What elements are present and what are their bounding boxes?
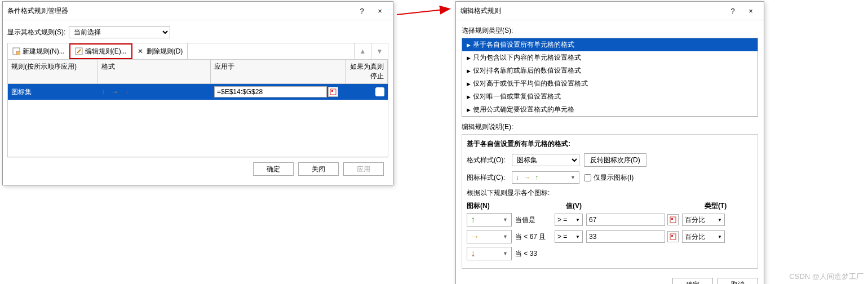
rule-name: 图标集 (8, 87, 98, 97)
stop-if-true-cell (346, 87, 388, 96)
arrow-up-icon: ↑ (101, 88, 105, 96)
type-select[interactable]: 百分比▼ (682, 214, 725, 226)
format-style-select[interactable]: 图标集 (512, 154, 579, 166)
operator-select[interactable]: > =▼ (555, 230, 583, 243)
new-rule-label: 新建规则(N)... (23, 47, 65, 56)
stop-checkbox[interactable] (375, 87, 384, 96)
icon-style-select[interactable]: ↓ → ↑ ▼ (512, 171, 579, 184)
svg-line-5 (397, 9, 449, 15)
show-icon-only-input[interactable] (584, 174, 591, 181)
help-button[interactable]: ? (724, 5, 741, 16)
icon-select[interactable]: ↓▼ (467, 247, 512, 260)
titlebar: 编辑格式规则 ? × (456, 2, 764, 20)
rule-format-preview: ↑ → ↓ (98, 88, 211, 96)
red-arrow-icon (396, 5, 454, 18)
move-down-button[interactable]: ▼ (371, 43, 388, 59)
svg-rect-4 (331, 90, 333, 92)
range-select-icon[interactable] (328, 87, 338, 97)
icon-select[interactable]: →▼ (467, 230, 512, 243)
col-applies: 应用于 (211, 60, 346, 83)
arrow-right-icon: → (112, 88, 118, 96)
edit-rule-button[interactable]: 编辑规则(E)... (69, 43, 132, 59)
when-label: 当 < 67 且 (515, 232, 551, 242)
delete-rule-button[interactable]: ✕ 删除规则(D) (132, 43, 188, 59)
rule-type-item[interactable]: ▶仅对排名靠前或靠后的数值设置格式 (462, 64, 758, 77)
rule-type-item[interactable]: ▶仅对高于或低于平均值的数值设置格式 (462, 77, 758, 90)
type-select[interactable]: 百分比▼ (682, 230, 725, 243)
col-stop: 如果为真则停止 (346, 60, 388, 83)
range-select-icon[interactable] (667, 231, 679, 242)
titlebar: 条件格式规则管理器 ? × (3, 2, 393, 20)
close-button[interactable]: × (371, 5, 388, 16)
arrow-right-icon: → (471, 232, 480, 242)
chevron-down-icon: ▼ (503, 217, 508, 223)
ok-button[interactable]: 确定 (672, 278, 713, 284)
arrow-down-icon: ↓ (516, 174, 519, 181)
triangle-icon: ▶ (467, 42, 471, 48)
rule-type-item[interactable]: ▶仅对唯一值或重复值设置格式 (462, 90, 758, 103)
arrow-right-icon: → (524, 174, 530, 181)
icon-select[interactable]: ↑▼ (467, 213, 512, 227)
show-rules-select[interactable]: 当前选择 (69, 26, 170, 38)
apply-button[interactable]: 应用 (343, 162, 384, 176)
value-input[interactable] (586, 214, 665, 226)
system-buttons: ? × (353, 5, 388, 16)
svg-rect-9 (671, 235, 673, 237)
arrow-down-icon: ↓ (125, 88, 129, 96)
move-up-button[interactable]: ▲ (354, 43, 371, 59)
delete-rule-label: 删除规则(D) (147, 47, 183, 56)
cancel-button[interactable]: 取消 (718, 278, 758, 284)
watermark: CSDN @人间造梦工厂 (789, 272, 863, 282)
value-input[interactable] (586, 230, 665, 243)
icon-rule-row: ↓▼ 当 < 33 (467, 247, 753, 260)
arrow-down-icon: ↓ (471, 248, 475, 259)
chevron-down-icon: ▼ (503, 251, 508, 256)
new-rule-icon (12, 47, 20, 55)
col-rule: 规则(按所示顺序应用) (8, 60, 98, 83)
arrow-up-icon: ↑ (471, 215, 475, 225)
edit-rule-icon (75, 47, 83, 55)
delete-rule-icon: ✕ (136, 47, 144, 55)
applies-to-input[interactable] (214, 86, 327, 97)
rule-type-item[interactable]: ▶基于各自值设置所有单元格的格式 (462, 38, 758, 51)
triangle-icon: ▶ (467, 107, 471, 113)
ok-button[interactable]: 确定 (253, 162, 294, 176)
triangle-icon: ▶ (467, 68, 471, 74)
icon-style-label: 图标样式(C): (467, 173, 507, 183)
triangle-icon: ▶ (467, 81, 471, 87)
new-rule-button[interactable]: 新建规则(N)... (8, 43, 70, 59)
rules-grid-body: 图标集 ↑ → ↓ (7, 84, 388, 157)
show-icon-only-checkbox[interactable]: 仅显示图标(I) (584, 173, 634, 183)
select-rule-type-label: 选择规则类型(S): (462, 26, 758, 36)
help-button[interactable]: ? (353, 5, 370, 16)
chevron-down-icon: ▼ (575, 218, 580, 223)
triangle-icon: ▶ (467, 94, 471, 100)
edit-section: 基于各自值设置所有单元格的格式: 格式样式(O): 图标集 反转图标次序(D) … (462, 134, 758, 269)
system-buttons: ? × (724, 5, 759, 16)
chevron-down-icon: ▼ (718, 234, 722, 239)
rules-intro: 根据以下规则显示各个图标: (467, 188, 753, 198)
icon-rule-row: →▼ 当 < 67 且 > =▼ 百分比▼ (467, 230, 753, 243)
triangle-icon: ▶ (467, 55, 471, 61)
dialog-title: 条件格式规则管理器 (7, 6, 68, 16)
rule-type-item[interactable]: ▶只为包含以下内容的单元格设置格式 (462, 51, 758, 64)
rules-header: 图标(N) 值(V) 类型(T) (467, 201, 753, 211)
chevron-down-icon: ▼ (718, 218, 722, 223)
reverse-order-button[interactable]: 反转图标次序(D) (584, 153, 646, 167)
close-button[interactable]: × (742, 5, 759, 16)
edit-rule-label: 编辑规则(E)... (85, 47, 127, 56)
range-select-icon[interactable] (667, 214, 679, 225)
toolbar: 新建规则(N)... 编辑规则(E)... ✕ 删除规则(D) ▲ ▼ (7, 43, 388, 59)
show-rules-label: 显示其格式规则(S): (7, 28, 65, 37)
close-dialog-button[interactable]: 关闭 (298, 162, 339, 176)
operator-select[interactable]: > =▼ (555, 214, 583, 226)
edit-title: 基于各自值设置所有单元格的格式: (467, 139, 753, 149)
rule-type-item[interactable]: ▶使用公式确定要设置格式的单元格 (462, 103, 758, 116)
rule-row[interactable]: 图标集 ↑ → ↓ (8, 84, 388, 100)
chevron-down-icon: ▼ (575, 234, 580, 239)
arrow-up-icon: ↑ (535, 174, 538, 181)
icon-rule-row: ↑▼ 当值是 > =▼ 百分比▼ (467, 213, 753, 227)
col-format: 格式 (98, 60, 211, 83)
dialog-title: 编辑格式规则 (460, 6, 501, 16)
value-header: 值(V) (566, 201, 705, 211)
